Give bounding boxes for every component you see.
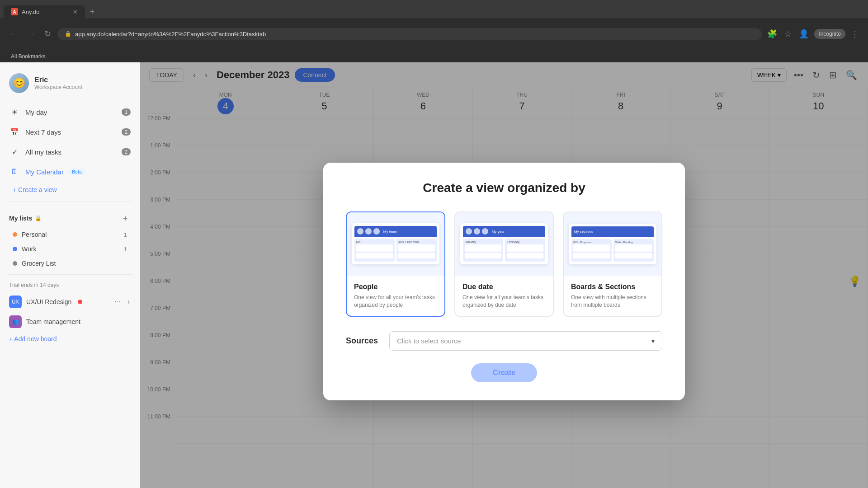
tab-close-button[interactable]: ✕ (73, 9, 78, 15)
profile-icon[interactable]: 👤 (797, 27, 811, 41)
add-list-button[interactable]: + (120, 213, 131, 224)
avatar: 😊 (9, 73, 29, 93)
my-day-icon: ☀ (9, 107, 20, 117)
nav-back-button[interactable]: ← (7, 28, 21, 41)
personal-label: Personal (22, 231, 47, 238)
address-bar[interactable]: 🔒 app.any.do/calendar?d=anydo%3A%2F%2Fan… (57, 28, 762, 40)
board-label: UX/UI Redesign (26, 298, 71, 305)
boards-card[interactable]: My sections iOS › Progress (563, 211, 662, 317)
my-day-label: My day (25, 108, 47, 116)
nav-forward-button[interactable]: → (24, 28, 38, 41)
personal-count: 1 (124, 231, 127, 238)
grocery-label: Grocery List (22, 260, 56, 267)
active-tab[interactable]: A Any.do ✕ (4, 5, 85, 18)
extensions-icon[interactable]: 🧩 (765, 27, 779, 41)
due-date-card[interactable]: My year January February (454, 211, 554, 317)
menu-icon[interactable]: ⋮ (849, 27, 861, 41)
boards-card-desc: One view with multiple sections from mul… (571, 294, 654, 309)
boards-card-preview: My sections iOS › Progress (564, 212, 661, 276)
add-board-button[interactable]: + Add new board (4, 332, 136, 346)
next-7-badge: 2 (122, 128, 131, 136)
people-card[interactable]: My team Me Alex Friedman (346, 211, 445, 317)
my-lists-lock-icon: 🔒 (35, 215, 42, 221)
new-tab-button[interactable]: + (85, 5, 99, 18)
notification-dot (78, 300, 82, 304)
bookmark-icon[interactable]: ☆ (783, 27, 793, 41)
bookmarks-bar-item[interactable]: All Bookmarks (7, 52, 49, 61)
work-dot (13, 247, 17, 251)
sidebar-item-next-7-days[interactable]: 📅 Next 7 days 2 (4, 122, 136, 142)
address-text: app.any.do/calendar?d=anydo%3A%2F%2Fanyd… (75, 31, 266, 38)
people-card-title: People (354, 283, 437, 291)
modal-overlay[interactable]: Create a view organized by My team (140, 62, 868, 488)
board-item-team[interactable]: 👥 Team management (4, 312, 136, 332)
user-name: Eric (34, 76, 82, 84)
list-item-personal[interactable]: Personal 1 (4, 227, 136, 242)
board-item-uxui[interactable]: UX UX/UI Redesign ⋯ + (4, 292, 136, 312)
next-7-icon: 📅 (9, 127, 20, 137)
grocery-dot (13, 261, 17, 266)
next-7-label: Next 7 days (25, 128, 61, 136)
calendar-icon: 🗓 (9, 166, 20, 177)
work-label: Work (22, 245, 36, 253)
due-date-card-title: Due date (462, 283, 546, 291)
divider-2 (7, 274, 132, 275)
due-date-card-preview: My year January February (455, 212, 553, 276)
sources-placeholder: Click to select source (397, 337, 461, 345)
board-more-icon[interactable]: ⋯ (114, 298, 121, 305)
all-tasks-icon: ✓ (9, 146, 20, 157)
my-lists-label: My lists (9, 215, 32, 222)
board-header: Trial ends in 14 days (4, 278, 136, 292)
list-item-work[interactable]: Work 1 (4, 242, 136, 256)
sidebar: 😊 Eric Workspace Account ☀ My day 1 📅 Ne… (0, 62, 140, 488)
my-day-badge: 1 (122, 108, 131, 116)
divider-1 (7, 202, 132, 202)
list-item-grocery[interactable]: Grocery List (4, 256, 136, 271)
create-view-item[interactable]: + Create a view (4, 182, 136, 198)
calendar-label: My Calendar (25, 168, 64, 176)
sources-label: Sources (346, 336, 382, 346)
trial-text: Trial ends in 14 days (9, 282, 59, 288)
lists-container: Personal 1 Work 1 Grocery List (0, 227, 140, 271)
team-label: Team management (26, 318, 80, 325)
create-view-modal: Create a view organized by My team (323, 163, 685, 401)
sidebar-item-my-day[interactable]: ☀ My day 1 (4, 102, 136, 122)
people-card-preview: My team Me Alex Friedman (347, 212, 444, 276)
board-avatar: UX (9, 296, 22, 308)
sources-row: Sources Click to select source ▾ (346, 331, 662, 351)
lock-icon: 🔒 (65, 31, 71, 37)
work-count: 1 (124, 246, 127, 253)
create-button[interactable]: Create (471, 363, 537, 382)
incognito-badge: Incognito (814, 29, 845, 39)
team-avatar: 👥 (9, 315, 22, 328)
nav-reload-button[interactable]: ↻ (42, 27, 54, 41)
modal-title: Create a view organized by (346, 181, 662, 195)
due-date-card-desc: One view for all your team's tasks organ… (462, 294, 546, 309)
tab-title: Any.do (22, 9, 40, 15)
sidebar-item-calendar[interactable]: 🗓 My Calendar Beta (4, 162, 136, 182)
all-tasks-label: All my tasks (25, 148, 61, 156)
sources-select[interactable]: Click to select source ▾ (389, 331, 662, 351)
board-add-icon[interactable]: + (127, 298, 131, 305)
user-subtitle: Workspace Account (34, 84, 82, 90)
browser-chrome: A Any.do ✕ + ← → ↻ 🔒 app.any.do/calendar… (0, 0, 868, 62)
sources-chevron-icon: ▾ (651, 338, 655, 345)
add-board-label: + Add new board (9, 335, 57, 343)
beta-badge: Beta (69, 169, 85, 175)
user-section: 😊 Eric Workspace Account (0, 70, 140, 102)
create-view-label: + Create a view (13, 186, 57, 193)
boards-card-title: Boards & Sections (571, 283, 654, 291)
tab-favicon: A (11, 8, 18, 15)
sidebar-item-all-tasks[interactable]: ✓ All my tasks 2 (4, 142, 136, 162)
people-card-desc: One view for all your team's tasks organ… (354, 294, 437, 309)
main-content: TODAY ‹ › December 2023 Connect WEEK ▾ •… (140, 62, 868, 488)
all-tasks-badge: 2 (122, 148, 131, 155)
personal-dot (13, 232, 17, 237)
modal-cards-container: My team Me Alex Friedman (346, 211, 662, 317)
